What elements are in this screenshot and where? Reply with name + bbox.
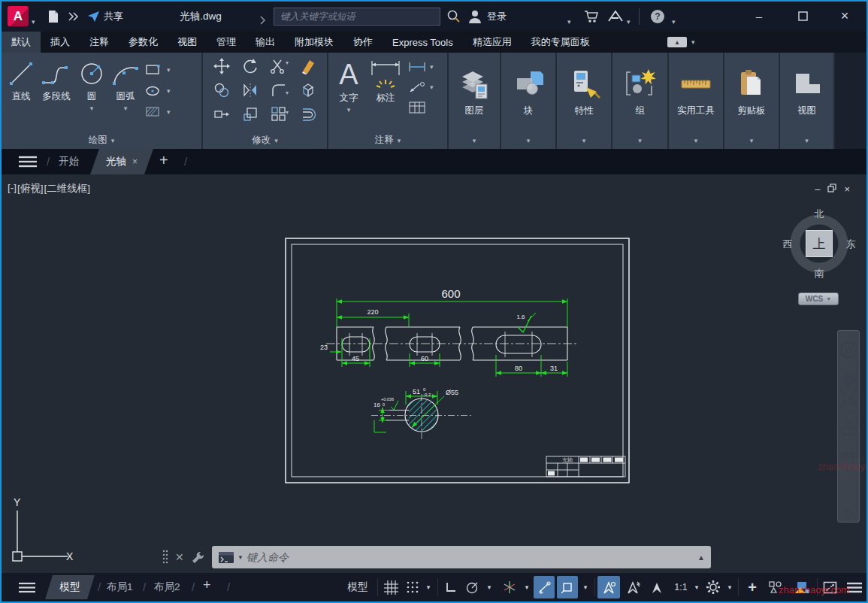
linear-dimension-button[interactable] <box>408 59 426 75</box>
copy-button[interactable] <box>213 81 231 102</box>
ucs-icon[interactable]: Y X <box>13 496 74 562</box>
grid-display-button[interactable] <box>380 576 402 598</box>
panel-clipboard-expand[interactable]: ▾ <box>724 132 779 149</box>
properties-button[interactable]: 特性 <box>557 53 611 132</box>
leader-caret-icon[interactable]: ▾ <box>430 83 434 91</box>
command-line-grip[interactable]: ✕ <box>162 546 210 568</box>
panel-utilities-expand[interactable]: ▾ <box>669 132 723 149</box>
file-tab-active[interactable]: 光轴 × <box>90 149 153 174</box>
maximize-button[interactable] <box>790 5 815 27</box>
file-tab-start[interactable]: 开始 <box>59 155 79 168</box>
new-drawing-tab-button[interactable]: + <box>159 152 168 169</box>
array-button[interactable]: ▾ <box>270 105 289 126</box>
polar-tracking-button[interactable] <box>461 576 482 598</box>
scale-button[interactable] <box>241 105 259 126</box>
annotation-scale-button[interactable] <box>646 576 667 598</box>
layout1-tab[interactable]: 布局1 <box>107 575 133 599</box>
annotation-autoscale-button[interactable] <box>622 576 645 598</box>
app-store-icon[interactable] <box>583 8 600 26</box>
grip-dots-icon[interactable] <box>162 550 168 565</box>
ribbon-collapse-caret-icon[interactable]: ▾ <box>691 38 695 46</box>
new-layout-button[interactable]: + <box>203 577 211 593</box>
ribbon-tab-insert[interactable]: 插入 <box>41 32 80 53</box>
ortho-mode-button[interactable] <box>440 576 461 598</box>
file-tab-close-icon[interactable]: × <box>132 156 138 167</box>
panel-layers-expand[interactable]: ▾ <box>449 132 500 149</box>
object-snap-caret-icon[interactable]: ▾ <box>579 576 591 598</box>
panel-view-expand[interactable]: ▾ <box>780 132 833 149</box>
ribbon-tab-annotate[interactable]: 注释 <box>80 32 119 53</box>
isodraft-button[interactable] <box>499 576 520 598</box>
ribbon-tab-addins[interactable]: 附加模块 <box>285 32 343 53</box>
model-space-drawing[interactable]: 600 220 23 45 60 80 31 1.6 <box>2 174 866 573</box>
layout2-tab[interactable]: 布局2 <box>154 575 180 599</box>
ribbon-tab-collaborate[interactable]: 协作 <box>343 32 383 53</box>
table-button[interactable] <box>408 99 426 116</box>
title-block[interactable]: 光轴 <box>546 456 625 477</box>
ribbon-tab-custom-panel[interactable]: 我的专属面板 <box>522 32 600 53</box>
toolbar-expand-icon[interactable] <box>68 8 80 26</box>
isodraft-caret-icon[interactable]: ▾ <box>521 576 533 598</box>
file-tab-menu-icon[interactable] <box>18 156 38 171</box>
ellipse-button[interactable] <box>144 83 162 99</box>
command-close-icon[interactable]: ✕ <box>175 551 184 563</box>
arc-caret-icon[interactable]: ▾ <box>124 105 128 112</box>
line-button[interactable]: 直线 <box>6 56 36 132</box>
close-button[interactable]: × <box>832 5 857 27</box>
command-input[interactable] <box>246 551 694 563</box>
polar-caret-icon[interactable]: ▾ <box>483 576 495 598</box>
new-file-icon[interactable] <box>47 8 60 26</box>
search-box[interactable] <box>274 8 440 26</box>
command-recent-caret-icon[interactable]: ▼ <box>237 554 243 561</box>
scale-caret-icon[interactable]: ▾ <box>691 576 702 598</box>
hatch-button[interactable] <box>144 104 162 120</box>
layout-menu-icon[interactable] <box>18 582 36 596</box>
model-space-button[interactable]: 模型 <box>340 576 376 598</box>
signin-caret-icon[interactable]: ▾ <box>567 13 571 31</box>
search-input[interactable] <box>274 8 440 25</box>
annotation-scale-value[interactable]: 1:1 <box>670 576 692 598</box>
polyline-button[interactable]: 多段线 <box>39 56 74 132</box>
erase-button[interactable] <box>299 57 317 78</box>
panel-properties-expand[interactable]: ▾ <box>557 132 611 149</box>
ribbon-tab-featured-apps[interactable]: 精选应用 <box>463 32 522 53</box>
layers-button[interactable]: 图层 <box>449 53 500 132</box>
explode-button[interactable] <box>299 81 317 102</box>
ribbon-tab-parametric[interactable]: 参数化 <box>119 32 168 53</box>
workspace-caret-icon[interactable]: ▾ <box>724 576 735 598</box>
leader-button[interactable] <box>408 79 426 95</box>
help-caret-icon[interactable]: ▾ <box>672 13 676 31</box>
object-snap-tracking-button[interactable] <box>534 576 555 598</box>
plus-button[interactable]: + <box>741 576 764 598</box>
drawing-canvas[interactable]: [-] [俯视] [二维线框] – × 北 南 西 东 上 WCS ▼ ✕ ▾ <box>2 174 866 573</box>
search-expand-icon[interactable] <box>260 11 266 29</box>
ribbon-collapse-button[interactable]: ▲ <box>667 37 687 47</box>
section-view[interactable]: 51 0 -0.2 Ø55 16 +0.036 0 <box>371 387 472 439</box>
view-button[interactable]: 视图 <box>780 53 833 132</box>
autodesk-logo-icon[interactable] <box>607 8 624 26</box>
share-label[interactable]: 共享 <box>104 8 123 26</box>
arc-button[interactable]: 圆弧 ▾ <box>110 56 141 132</box>
ellipse-caret-icon[interactable]: ▾ <box>167 87 171 95</box>
linear-dimension-caret-icon[interactable]: ▾ <box>430 63 434 71</box>
ribbon-tab-manage[interactable]: 管理 <box>207 32 246 53</box>
offset-button[interactable] <box>299 105 317 126</box>
mirror-button[interactable] <box>241 81 259 102</box>
panel-group-expand[interactable]: ▾ <box>612 132 667 149</box>
workspace-gear-button[interactable] <box>703 576 724 598</box>
text-caret-icon[interactable]: ▾ <box>347 106 351 114</box>
dimension-button[interactable]: 标注 <box>369 56 402 132</box>
command-line-bar[interactable]: ▼ ▲ <box>212 546 711 568</box>
text-button[interactable]: A 文字 ▾ <box>334 56 363 132</box>
hatch-caret-icon[interactable]: ▾ <box>167 108 171 116</box>
panel-block-expand[interactable]: ▾ <box>501 132 555 149</box>
clipboard-button[interactable]: 剪贴板 <box>724 53 779 132</box>
snap-mode-button[interactable] <box>403 576 422 598</box>
circle-caret-icon[interactable]: ▾ <box>90 105 94 112</box>
command-customize-icon[interactable] <box>191 550 206 565</box>
stretch-button[interactable] <box>213 105 231 126</box>
panel-modify-label[interactable]: 修改▾ <box>203 132 327 149</box>
ribbon-tab-output[interactable]: 输出 <box>246 32 285 53</box>
search-icon[interactable] <box>446 8 461 26</box>
group-button[interactable]: 组 <box>612 53 667 132</box>
